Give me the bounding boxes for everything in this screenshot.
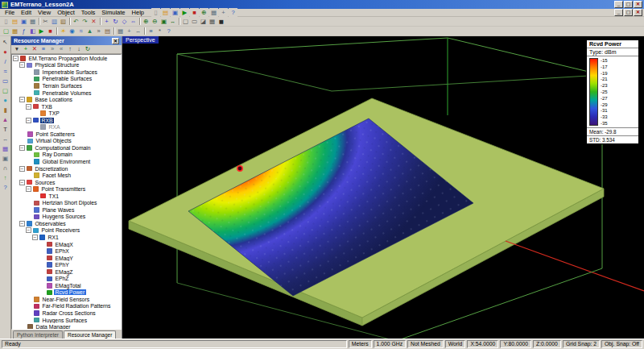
help-button[interactable]: ? (229, 8, 237, 17)
tree-item-huygens-sources[interactable]: Huygens Sources (12, 214, 121, 221)
tree-expander-icon[interactable]: − (26, 104, 31, 110)
resource-manager-header[interactable]: Resource Manager ✕ (11, 36, 122, 45)
tree-expander-icon[interactable]: − (13, 56, 19, 61)
tree-item-tx1[interactable]: TX1 (12, 193, 121, 200)
stop-simulation-button[interactable]: ■ (190, 8, 199, 17)
tree-item-physical-structure[interactable]: −Physical Structure (12, 62, 121, 69)
array-tool-button[interactable]: ▦ (1, 144, 10, 153)
tab-resource-manager[interactable]: Resource Manager (64, 330, 116, 339)
save-project-button[interactable]: ▣ (171, 8, 180, 17)
tree-item-ephx[interactable]: EPhX (12, 247, 121, 255)
view-front-button[interactable]: ▭ (190, 17, 199, 26)
shaded-mode-button[interactable]: ◼ (217, 17, 225, 26)
tree-item-data-manager[interactable]: Data Manager (12, 323, 121, 330)
tree-expander-icon[interactable]: − (19, 166, 25, 172)
collapse-all-button[interactable]: « (57, 45, 65, 53)
help-button[interactable]: ? (164, 27, 173, 35)
rotate-tool-button[interactable]: ↻ (111, 17, 120, 26)
zoom-extents-button[interactable]: ▣ (159, 17, 168, 26)
tree-item-rx1[interactable]: −RX1 (12, 234, 121, 241)
tree-item-far-field-radiation-patterns[interactable]: Far-Field Radiation Patterns (12, 303, 121, 310)
materials-button[interactable]: ◧ (28, 27, 37, 35)
animate-button[interactable]: » (94, 27, 103, 35)
run-simulation-button[interactable]: ▶ (37, 27, 46, 35)
tree-item-penetrable-surfaces[interactable]: Penetrable Surfaces (12, 76, 121, 83)
snap-toggle-button[interactable]: + (125, 27, 134, 35)
print-button[interactable]: ▦ (28, 17, 37, 26)
close-button[interactable]: ✕ (634, 1, 642, 8)
move-down-button[interactable]: ↓ (75, 45, 83, 53)
new-project-button[interactable]: ▯ (151, 8, 160, 17)
tree-item-plane-waves[interactable]: Plane Waves (12, 206, 121, 214)
box-tool-button[interactable]: ▢ (1, 86, 10, 95)
tree-expander-icon[interactable]: − (19, 180, 25, 185)
domain-settings-button[interactable]: ▢ (2, 27, 10, 35)
tree-expander-icon[interactable]: − (19, 145, 25, 151)
tree-expander-icon[interactable]: − (26, 227, 31, 233)
sources-button[interactable]: ☀ (59, 27, 68, 35)
undo-button[interactable]: ↶ (72, 17, 80, 26)
wireframe-mode-button[interactable]: ▦ (208, 17, 217, 26)
stop-simulation-button[interactable]: ■ (46, 27, 55, 35)
open-project-button[interactable]: ▤ (161, 8, 170, 17)
menu-help[interactable]: Help (129, 9, 147, 16)
mirror-tool-button[interactable]: ⇔ (129, 17, 138, 26)
new-node-button[interactable]: + (22, 45, 30, 53)
viewport-3d[interactable]: Perspective Rcvd Power Type: dBm -15-17-… (122, 36, 644, 339)
tree-item-ephy[interactable]: EPhY (12, 261, 121, 268)
select-tool-button[interactable]: ↖ (1, 38, 10, 47)
settings-button[interactable]: * (155, 27, 164, 35)
tree-expander-icon[interactable]: − (32, 235, 38, 240)
pan-button[interactable]: ↔ (168, 17, 177, 26)
tree-item-emagtotal[interactable]: EMagTotal (12, 282, 121, 289)
tree-expander-icon[interactable]: − (19, 62, 25, 68)
tree-item-facet-mesh[interactable]: Facet Mesh (12, 172, 121, 179)
cut-button[interactable]: ✂ (41, 17, 50, 26)
scene-3d[interactable] (122, 36, 644, 339)
tree-item-hertzian-short-dipoles[interactable]: Hertzian Short Dipoles (12, 199, 121, 206)
copy-button[interactable]: ▥ (50, 17, 59, 26)
tree-item-huygens-surfaces[interactable]: Huygens Surfaces (12, 317, 121, 324)
tree-item-em-terrano-propagation-module[interactable]: −EM.Terrano Propagation Module (12, 55, 121, 62)
tree-item-txb[interactable]: −TXB (12, 103, 121, 110)
tree-item-terrain-surfaces[interactable]: Terrain Surfaces (12, 82, 121, 89)
grid-toggle-button[interactable]: ▦ (209, 8, 218, 17)
data-manager-button[interactable]: ▤ (103, 27, 112, 35)
delete-button[interactable]: ✕ (89, 17, 98, 26)
paste-button[interactable]: ▧ (59, 17, 68, 26)
menu-file[interactable]: File (2, 9, 18, 16)
boolean-tool-button[interactable]: ∩ (1, 164, 10, 172)
tree-item-impenetrable-surfaces[interactable]: Impenetrable Surfaces (12, 69, 121, 76)
move-tool-button[interactable]: + (102, 17, 111, 26)
tree-item-rcvd-power[interactable]: Rcvd Power (12, 289, 121, 297)
run-simulation-button[interactable]: ▶ (180, 8, 189, 17)
mdi-restore-button[interactable]: ▢ (624, 9, 633, 16)
menu-object[interactable]: Object (54, 9, 78, 16)
tab-python-interpreter[interactable]: Python Interpreter (13, 330, 63, 339)
open-file-button[interactable]: ▤ (10, 17, 19, 26)
transmitter-marker[interactable] (237, 166, 242, 171)
tree-item-global-environment[interactable]: Global Environment (12, 158, 121, 165)
tree-item-radar-cross-sections[interactable]: Radar Cross Sections (12, 310, 121, 317)
refresh-button[interactable]: ↻ (84, 45, 92, 53)
redo-button[interactable]: ↷ (80, 17, 89, 26)
tree-item-observables[interactable]: −Observables (12, 220, 121, 227)
menu-simulate[interactable]: Simulate (98, 9, 128, 16)
polyline-tool-button[interactable]: ≈ (1, 67, 10, 76)
python-console-button[interactable]: ≡ (147, 27, 155, 35)
scale-tool-button[interactable]: ◇ (120, 17, 129, 26)
tree-item-computational-domain[interactable]: −Computational Domain (12, 144, 121, 152)
tree-item-txp[interactable]: TXP (12, 110, 121, 117)
zoom-extents-button[interactable]: ⊕ (200, 8, 208, 17)
extrude-tool-button[interactable]: ↑ (1, 173, 10, 182)
view-top-button[interactable]: ▢ (181, 17, 190, 26)
tree-item-point-transmitters[interactable]: −Point Transmitters (12, 185, 121, 193)
tree-expander-icon[interactable]: − (26, 186, 31, 192)
panel-close-icon[interactable]: ✕ (112, 38, 119, 44)
tree-item-rxb[interactable]: −RXB (12, 117, 121, 124)
expand-all-button[interactable]: » (48, 45, 56, 53)
move-up-button[interactable]: ↑ (66, 45, 74, 53)
snap-toggle-button[interactable]: + (219, 8, 228, 17)
mdi-minimize-button[interactable]: _ (614, 9, 623, 16)
new-file-button[interactable]: ▯ (2, 17, 10, 26)
